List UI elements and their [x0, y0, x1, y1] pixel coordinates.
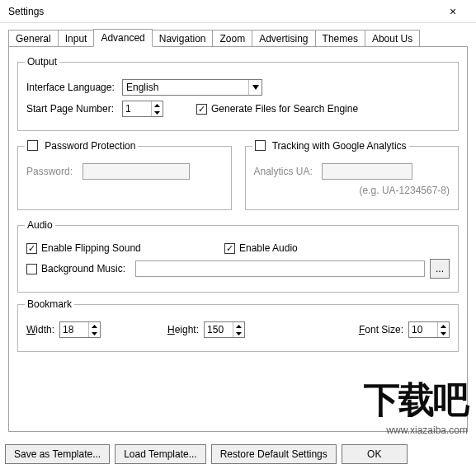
save-template-button[interactable]: Save as Template...	[5, 444, 110, 464]
tracking-label: Tracking with Google Analytics	[272, 140, 407, 152]
password-input[interactable]	[82, 163, 190, 180]
analytics-ua-hint: (e.g. UA-1234567-8)	[360, 185, 450, 196]
spinner-down-icon[interactable]	[438, 330, 449, 337]
spinner-up-icon[interactable]	[152, 101, 163, 109]
group-bookmark-legend: Bookmark	[25, 298, 74, 310]
load-template-button[interactable]: Load Template...	[115, 444, 206, 464]
enable-audio-checkbox[interactable]	[224, 243, 235, 254]
bookmark-fontsize-label: Font Size:	[359, 324, 403, 335]
password-label: Password:	[26, 166, 78, 177]
tab-general[interactable]: General	[8, 30, 59, 46]
enable-flipping-sound-label: Enable Flipping Sound	[41, 242, 141, 254]
group-bookmark: Bookmark Width: 18 Height: 150	[17, 304, 459, 352]
bookmark-height-value[interactable]: 150	[205, 322, 233, 337]
start-page-label: Start Page Number:	[26, 103, 117, 115]
tab-navigation[interactable]: Navigation	[152, 30, 214, 46]
generate-search-files-checkbox[interactable]	[196, 104, 207, 115]
group-tracking-legend: Tracking with Google Analytics	[252, 140, 409, 152]
bookmark-width-spinner[interactable]: 18	[59, 321, 101, 338]
password-protection-checkbox[interactable]	[27, 140, 38, 151]
enable-flipping-sound-checkbox[interactable]	[26, 243, 37, 254]
chevron-down-icon[interactable]	[248, 80, 262, 95]
ok-button[interactable]: OK	[342, 444, 408, 464]
bookmark-width-value[interactable]: 18	[60, 322, 88, 337]
group-output: Output Interface Language: English Start…	[17, 62, 459, 131]
interface-language-value: English	[123, 82, 248, 93]
tab-themes[interactable]: Themes	[315, 30, 365, 46]
bookmark-width-label: Width:	[26, 324, 54, 335]
bookmark-fontsize-value[interactable]: 10	[409, 322, 437, 337]
tab-advanced[interactable]: Advanced	[93, 29, 152, 47]
tab-about[interactable]: About Us	[365, 30, 420, 46]
password-protection-label: Password Protection	[45, 140, 135, 152]
group-password: Password Protection Password:	[17, 146, 232, 210]
bookmark-fontsize-spinner[interactable]: 10	[408, 321, 450, 338]
group-output-legend: Output	[25, 56, 59, 68]
bookmark-height-spinner[interactable]: 150	[204, 321, 245, 338]
group-tracking: Tracking with Google Analytics Analytics…	[245, 146, 460, 210]
background-music-browse-button[interactable]: ...	[430, 259, 450, 279]
close-icon[interactable]: ×	[436, 0, 469, 23]
spinner-down-icon[interactable]	[152, 109, 163, 116]
group-audio: Audio Enable Flipping Sound Enable Audio…	[17, 225, 459, 293]
analytics-ua-label: Analytics UA:	[254, 166, 317, 177]
interface-language-select[interactable]: English	[122, 79, 262, 96]
tab-input[interactable]: Input	[58, 30, 95, 46]
interface-language-label: Interface Language:	[26, 82, 117, 93]
tab-zoom[interactable]: Zoom	[212, 30, 252, 46]
background-music-checkbox[interactable]	[26, 264, 37, 274]
tab-page-advanced: Output Interface Language: English Start…	[8, 46, 468, 432]
spinner-up-icon[interactable]	[233, 322, 244, 330]
window-title: Settings	[8, 6, 44, 17]
bookmark-height-label: Height:	[167, 324, 199, 335]
background-music-label: Background Music:	[41, 263, 125, 274]
start-page-value[interactable]: 1	[123, 101, 151, 116]
spinner-up-icon[interactable]	[89, 322, 100, 330]
tracking-checkbox[interactable]	[255, 140, 266, 151]
start-page-spinner[interactable]: 1	[122, 101, 163, 117]
bottom-bar: Save as Template... Load Template... Res…	[5, 444, 471, 464]
spinner-down-icon[interactable]	[233, 330, 244, 337]
spinner-down-icon[interactable]	[89, 330, 100, 337]
tab-strip: General Input Advanced Navigation Zoom A…	[8, 28, 468, 46]
generate-search-files-label: Generate Files for Search Engine	[211, 103, 358, 115]
background-music-input[interactable]	[135, 260, 425, 277]
tab-advertising[interactable]: Advertising	[252, 30, 315, 46]
analytics-ua-input[interactable]	[322, 163, 412, 180]
spinner-up-icon[interactable]	[438, 322, 449, 330]
group-audio-legend: Audio	[25, 219, 55, 231]
restore-defaults-button[interactable]: Restore Default Settings	[211, 444, 337, 464]
enable-audio-label: Enable Audio	[239, 242, 298, 254]
group-password-legend: Password Protection	[25, 140, 138, 152]
